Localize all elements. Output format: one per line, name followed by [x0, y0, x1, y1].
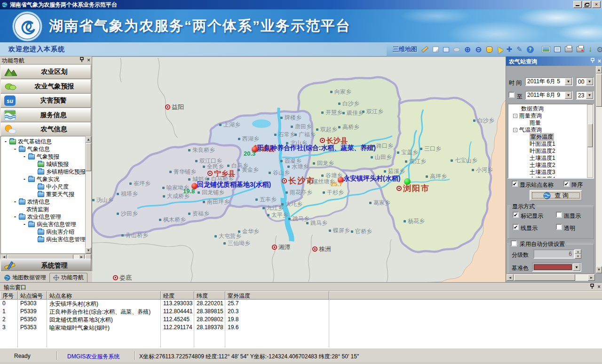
tree-item[interactable]: -农业信息管理 [1, 213, 85, 221]
transparent-checkbox[interactable] [556, 224, 562, 230]
accordion-item-service-info[interactable]: 服务信息 [0, 108, 91, 122]
accordion-item-agri-zoning[interactable]: 农业区划 [0, 65, 91, 79]
tree-expander[interactable]: - [513, 114, 517, 118]
panel-hscrollbar[interactable]: ◄ ► [506, 274, 595, 281]
tree-item[interactable]: 土壤温度1 [508, 155, 593, 162]
settings-icon[interactable]: ⚙ [596, 45, 602, 54]
pin-icon[interactable] [590, 284, 594, 289]
tree-expander[interactable]: - [13, 198, 17, 205]
column-header[interactable]: 站点名称 [47, 291, 161, 300]
date-to-select[interactable]: 2011年 8月 9▼ [525, 91, 573, 100]
hour-to-select[interactable]: 23▼ [576, 91, 594, 100]
pan-icon[interactable] [486, 45, 492, 54]
panel-vscrollbar[interactable]: ▲ ▼ [595, 66, 602, 274]
tree-item[interactable]: -雨量查询 [508, 112, 593, 119]
chevron-down-icon[interactable]: ▼ [565, 78, 572, 85]
levels-stepper[interactable]: ▲▼ [575, 249, 581, 259]
tree-item[interactable]: -农气基础信息 [1, 138, 85, 145]
to-checkbox[interactable] [508, 92, 515, 98]
line-display-checkbox[interactable]: ✔ [513, 224, 519, 230]
chevron-down-icon[interactable]: ▼ [586, 92, 593, 99]
tree-item[interactable]: 数据查询 [508, 105, 593, 112]
table-row[interactable]: 2P5350回龙铺优质稻基地3(水稻)112.4524528.20980219.… [0, 316, 602, 324]
tree-item[interactable]: 室外温度 [508, 134, 593, 141]
restore-button[interactable] [583, 1, 591, 8]
tree-expander[interactable]: - [23, 176, 26, 182]
tree-item[interactable]: -气象预报 [1, 153, 85, 160]
table-row[interactable] [0, 332, 602, 340]
auto-grading-checkbox[interactable] [511, 240, 517, 246]
tree-expander[interactable]: - [13, 146, 17, 152]
tree-item[interactable]: 土壤温度4 [508, 176, 593, 179]
tree-item[interactable]: 雨量 [508, 119, 593, 127]
pin-icon[interactable] [79, 57, 84, 63]
close-panel-icon[interactable]: × [598, 58, 601, 64]
print-icon[interactable] [565, 45, 572, 54]
tree-item[interactable]: -农情信息 [1, 198, 85, 206]
close-button[interactable]: × [592, 1, 601, 8]
descending-checkbox[interactable]: ✔ [563, 181, 570, 187]
tree-item[interactable]: 乡镇精细化预报 [1, 168, 85, 175]
accordion-item-disaster-warning[interactable]: su 灾害预警 [0, 94, 91, 108]
column-header[interactable]: 序号 [0, 291, 18, 300]
zoom-in-icon[interactable]: ⊕ [464, 45, 471, 54]
download-icon[interactable]: ↓ [588, 45, 593, 54]
screen-icon[interactable] [554, 45, 561, 54]
measure-icon[interactable] [421, 45, 428, 54]
tree-expander[interactable]: - [23, 221, 26, 228]
tree-expander[interactable]: - [513, 128, 517, 132]
tree-item[interactable]: 病虫害信息管理 [1, 236, 85, 243]
date-from-select[interactable]: 2011年 6月 5▼ [525, 77, 573, 86]
map-view[interactable]: 向家乡白沙乡开慧乡观佳乡双江乡牌楼乡唐田乡双起乡高桥乡上湖乡西湖乡石常乡广福乡北… [92, 56, 506, 282]
tree-item[interactable]: 叶面温度2 [508, 148, 593, 155]
chevron-down-icon[interactable]: ▼ [573, 263, 580, 271]
table-row[interactable]: 3P5353喻家坳烟叶气象站(烟叶)112.29117428.18937819.… [0, 324, 602, 332]
flip-page-icon[interactable] [433, 45, 439, 54]
surface-display-checkbox[interactable] [556, 212, 562, 218]
query-button[interactable]: 查 询 [530, 190, 582, 201]
base-color-select[interactable]: ▼ [532, 262, 581, 272]
show-names-checkbox[interactable]: ✔ [512, 181, 518, 187]
tree-expander[interactable]: - [4, 138, 8, 145]
accordion-item-agri-weather-info[interactable]: 农气信息 [0, 122, 91, 136]
tree-item[interactable]: -气象信息 [1, 145, 85, 153]
tree-expander[interactable]: - [13, 214, 17, 220]
column-header[interactable]: 站点编号 [18, 291, 47, 300]
select-rect-icon[interactable] [443, 45, 449, 54]
chevron-down-icon[interactable]: ▼ [565, 92, 572, 99]
marker-display-checkbox[interactable]: ✔ [513, 212, 519, 218]
brush-icon[interactable]: ✎ [516, 45, 523, 54]
tree-item[interactable]: -气象实况 [1, 175, 85, 183]
select-ellipse-icon[interactable] [453, 45, 460, 54]
tree-item[interactable]: 城镇预报 [1, 160, 85, 168]
station-marker-green[interactable] [404, 178, 411, 185]
zoom-out-icon[interactable]: ⊖ [475, 45, 482, 54]
accordion-item-system-management[interactable]: 系统管理 [0, 259, 91, 273]
tree-item[interactable]: 土壤温度2 [508, 162, 593, 169]
column-header[interactable]: 室外温度 [225, 291, 329, 300]
column-header[interactable]: 经度 [161, 291, 194, 300]
tree-item[interactable]: 中小尺度 [1, 183, 85, 190]
move-icon[interactable]: ✚ [507, 45, 513, 54]
tree-item[interactable]: -气温查询 [508, 127, 593, 134]
accordion-item-agri-weather-forecast[interactable]: 农业气象预报 [0, 79, 91, 94]
table-row[interactable]: 0P5303永安镇坪头村(水稻)113.29303328.22020125.7 [0, 300, 602, 308]
tree-item[interactable]: 叶面温度1 [508, 141, 593, 148]
tab-map-data-management[interactable]: 地图数据管理 [1, 273, 49, 282]
minimize-button[interactable] [573, 1, 582, 8]
overview-map-icon[interactable] [542, 45, 550, 54]
query-tree-scrollbar[interactable] [587, 104, 593, 178]
tree-item[interactable]: 重要天气报 [1, 190, 85, 198]
column-header[interactable]: 纬度 [194, 291, 225, 300]
tree-item[interactable]: 农情监测 [1, 206, 85, 213]
pin-icon[interactable] [590, 58, 595, 63]
tree-vscrollbar[interactable]: ▲ ▼ [85, 136, 92, 254]
pointer-icon[interactable] [497, 45, 502, 54]
status-system-link[interactable]: DMGIS农业服务系统 [67, 353, 119, 361]
hour-from-select[interactable]: 00▼ [576, 77, 594, 86]
table-row[interactable] [0, 340, 602, 348]
print-preview-icon[interactable] [577, 45, 584, 54]
chevron-down-icon[interactable]: ▼ [586, 78, 593, 85]
close-panel-icon[interactable]: × [597, 284, 601, 290]
tab-function-nav[interactable]: 功能导航 [49, 273, 87, 282]
